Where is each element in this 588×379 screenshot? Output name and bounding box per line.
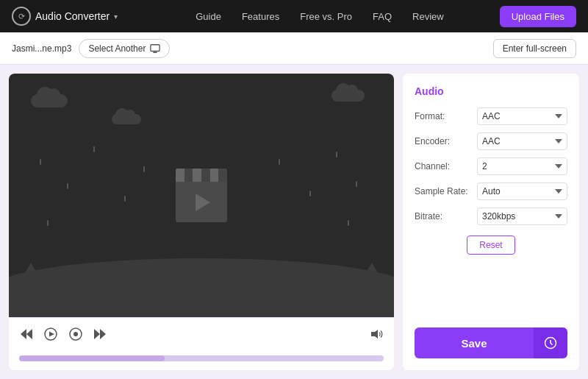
logo-icon: ⟳	[12, 7, 31, 26]
fullscreen-button[interactable]: Enter full-screen	[493, 39, 576, 58]
sample-rate-select[interactable]: Auto	[477, 183, 567, 200]
svg-point-6	[74, 332, 78, 336]
settings-panel: Audio Format: AAC Encoder: AAC Channel: …	[403, 74, 579, 370]
svg-marker-7	[94, 329, 100, 339]
encoder-row: Encoder: AAC	[415, 132, 567, 150]
reset-button[interactable]: Reset	[467, 235, 514, 255]
nav-links: Guide Features Free vs. Pro FAQ Review	[140, 11, 500, 22]
save-button[interactable]: Save	[415, 327, 534, 358]
stop-button[interactable]	[68, 326, 84, 342]
cloud-3	[112, 114, 141, 124]
encoder-select[interactable]: AAC	[477, 132, 567, 150]
save-row: Save	[415, 327, 567, 358]
svg-marker-2	[21, 329, 26, 339]
video-illustration	[9, 74, 394, 317]
save-icon-button[interactable]	[534, 327, 567, 358]
format-select[interactable]: AAC	[477, 107, 567, 125]
file-name-label: Jasmi...ne.mp3	[12, 43, 71, 54]
bitrate-row: Bitrate: 320kbps	[415, 208, 567, 225]
toolbar-left: Jasmi...ne.mp3 Select Another	[12, 39, 170, 58]
select-another-button[interactable]: Select Another	[79, 39, 170, 58]
settings-title: Audio	[415, 85, 567, 97]
svg-marker-1	[26, 329, 32, 339]
channel-select[interactable]: 2	[477, 157, 567, 175]
toolbar: Jasmi...ne.mp3 Select Another Enter full…	[0, 32, 588, 65]
fast-forward-button[interactable]	[93, 327, 107, 341]
rewind-button[interactable]	[19, 327, 34, 341]
sample-rate-row: Sample Rate: Auto	[415, 183, 567, 200]
channel-row: Channel: 2	[415, 157, 567, 175]
channel-label: Channel:	[415, 161, 477, 171]
volume-control[interactable]	[370, 329, 384, 339]
progress-track[interactable]	[19, 355, 384, 361]
clapper-top	[176, 169, 227, 182]
sample-rate-label: Sample Rate:	[415, 186, 477, 196]
progress-bar-container[interactable]	[9, 350, 394, 370]
format-row: Format: AAC	[415, 107, 567, 125]
cloud-1	[31, 94, 68, 107]
upload-files-button[interactable]: Upload Files	[500, 6, 576, 27]
nav-features[interactable]: Features	[242, 11, 279, 22]
volume-icon	[370, 329, 384, 339]
clapperboard	[176, 169, 227, 222]
svg-marker-4	[49, 331, 54, 336]
clapper-body	[176, 182, 227, 222]
main-content: Audio Format: AAC Encoder: AAC Channel: …	[0, 65, 588, 379]
app-title: Audio Converter	[35, 10, 110, 22]
navbar: ⟳ Audio Converter ▾ Guide Features Free …	[0, 0, 588, 32]
app-logo[interactable]: ⟳ Audio Converter ▾	[12, 7, 118, 26]
nav-guide[interactable]: Guide	[196, 11, 221, 22]
progress-fill	[19, 355, 165, 361]
ground-hill	[9, 258, 394, 317]
play-icon	[196, 194, 210, 211]
cloud-2	[331, 90, 365, 102]
bitrate-select[interactable]: 320kbps	[477, 208, 567, 225]
video-area	[9, 74, 394, 317]
nav-free-vs-pro[interactable]: Free vs. Pro	[300, 11, 352, 22]
video-controls	[9, 317, 394, 350]
bitrate-label: Bitrate:	[415, 211, 477, 222]
monitor-icon	[150, 43, 160, 54]
clock-icon	[544, 336, 557, 350]
encoder-label: Encoder:	[415, 136, 477, 146]
video-panel	[9, 74, 394, 370]
nav-faq[interactable]: FAQ	[373, 11, 392, 22]
format-label: Format:	[415, 111, 477, 121]
play-button[interactable]	[43, 326, 59, 342]
logo-caret: ▾	[114, 13, 118, 21]
svg-marker-8	[100, 329, 106, 339]
svg-rect-0	[151, 44, 159, 51]
nav-review[interactable]: Review	[412, 11, 444, 22]
select-another-label: Select Another	[88, 43, 146, 54]
svg-marker-9	[371, 330, 378, 339]
